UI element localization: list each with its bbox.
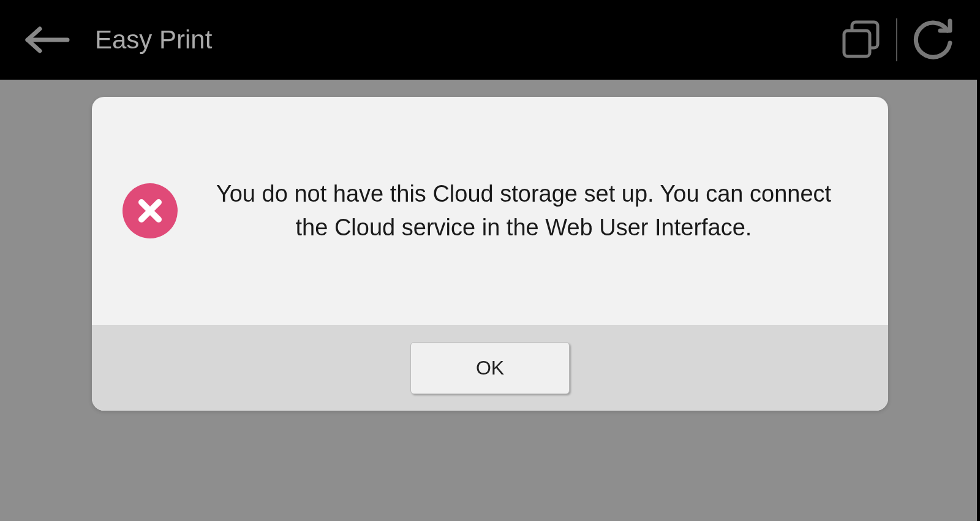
header-divider — [896, 18, 897, 61]
svg-rect-2 — [844, 31, 870, 56]
back-arrow-icon[interactable] — [21, 25, 70, 55]
refresh-icon[interactable] — [910, 15, 959, 64]
header-bar: Easy Print — [0, 0, 980, 80]
error-dialog: You do not have this Cloud storage set u… — [92, 97, 888, 411]
error-icon — [123, 183, 178, 238]
header-actions — [838, 15, 959, 64]
content-area: You do not have this Cloud storage set u… — [0, 80, 980, 521]
dialog-body: You do not have this Cloud storage set u… — [92, 97, 888, 325]
copy-icon[interactable] — [838, 17, 884, 63]
dialog-footer: OK — [92, 325, 888, 411]
ok-button[interactable]: OK — [410, 342, 570, 394]
page-title: Easy Print — [95, 25, 838, 55]
dialog-message: You do not have this Cloud storage set u… — [202, 177, 858, 245]
